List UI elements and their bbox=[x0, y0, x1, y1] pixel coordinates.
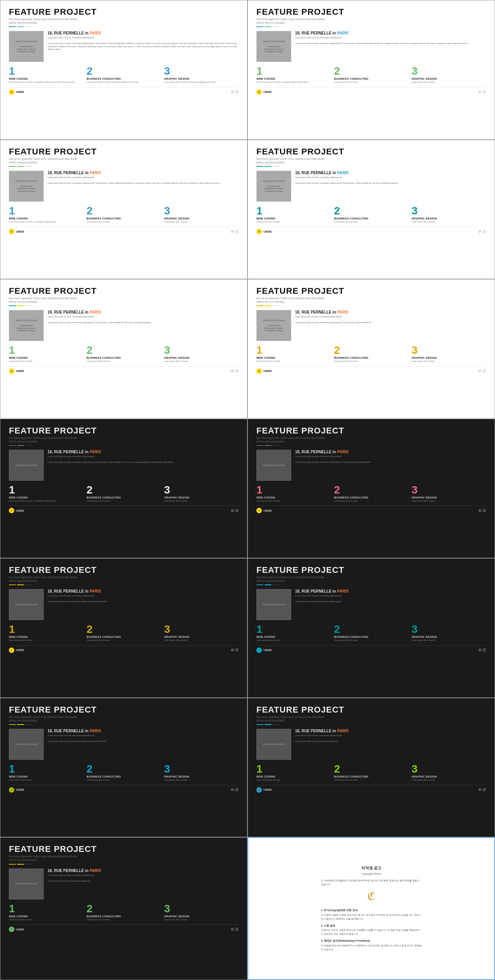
item-2: 2 BUSINESS CONSULTING Lorem ipsum dolor … bbox=[334, 764, 409, 782]
slide-subtitle: flue denim typewriter Carlec irony. Helv… bbox=[256, 436, 486, 443]
accent-line bbox=[9, 724, 32, 725]
item-1: 1 WEB CODING Lorem ipsum dolor sit amet,… bbox=[9, 66, 84, 84]
copyright-intro: 이 프레젠테이션 템플릿의 저작권은 제작자에게 있으며, 무단 복제 및 배포… bbox=[321, 879, 422, 887]
accent-line bbox=[256, 724, 280, 725]
item-desc-3: Lorem ipsum dolor sit amet. bbox=[164, 360, 239, 363]
item-number-3: 3 bbox=[164, 206, 239, 216]
slide-subtitle: flue denim typewriter Carlec irony. Helv… bbox=[9, 855, 239, 862]
slide-12: FEATURE PROJECT flue denim typewriter Ca… bbox=[248, 698, 495, 838]
item-label-2: BUSINESS CONSULTING bbox=[334, 775, 409, 778]
item-number-1: 1 bbox=[256, 206, 331, 216]
item-1: 1 WEB CODING Lorem ipsum dolor sit amet,… bbox=[9, 206, 84, 224]
content-row: IMAGE PLACE HOLDERPortrait ShapeArchitec… bbox=[256, 310, 486, 341]
item-3: 3 GRAPHIC DESIGN Lorem ipsum dolor sit a… bbox=[164, 903, 239, 922]
item-1: 1 WEB CODING Lorem ipsum dolor sit amet,… bbox=[256, 66, 331, 84]
accent-seg-3 bbox=[25, 305, 32, 306]
item-label-1: WEB CODING bbox=[256, 77, 331, 80]
slide-subtitle: flue denim typewriter Carlec irony. Helv… bbox=[9, 715, 239, 722]
item-desc-2: Lorem ipsum dolor sit amet. bbox=[87, 779, 161, 782]
slide-title: FEATURE PROJECT bbox=[9, 286, 239, 296]
slide-title: FEATURE PROJECT bbox=[256, 426, 486, 435]
slide-8: FEATURE PROJECT flue denim typewriter Ca… bbox=[248, 419, 495, 559]
item-3: 3 GRAPHIC DESIGN Lorem ipsum dolor sit a… bbox=[411, 764, 486, 782]
footer-icons: ⊞ 語 bbox=[231, 927, 239, 932]
accent-seg-3 bbox=[25, 724, 32, 725]
item-label-3: GRAPHIC DESIGN bbox=[164, 496, 239, 499]
slide-9: FEATURE PROJECT flue denim typewriter Ca… bbox=[0, 558, 248, 698]
item-label-1: WEB CODING bbox=[9, 915, 84, 918]
item-number-2: 2 bbox=[87, 66, 161, 77]
logo-circle: U bbox=[9, 229, 14, 234]
accent-line bbox=[9, 445, 32, 446]
item-number-2: 2 bbox=[87, 624, 161, 635]
accent-line bbox=[9, 166, 32, 167]
info-block: 18, RUE PERNELLE in PARIS Lorem ipsum do… bbox=[295, 31, 486, 62]
accent-seg-3 bbox=[273, 445, 280, 446]
item-number-1: 1 bbox=[256, 66, 331, 77]
lorem-text: Lorem ipsum dolor sit amet, consectetur … bbox=[295, 595, 486, 603]
item-desc-1: Lorem ipsum dolor sit amet. bbox=[256, 500, 331, 503]
item-number-2: 2 bbox=[334, 66, 409, 77]
footer-icons: ⊞ 語 bbox=[478, 648, 486, 653]
item-number-3: 3 bbox=[411, 764, 486, 774]
item-label-2: BUSINESS CONSULTING bbox=[334, 496, 409, 499]
footer-icons: ⊞ 語 bbox=[231, 508, 239, 513]
accent-seg-2 bbox=[17, 305, 24, 306]
footer-logo: U UNIDE bbox=[256, 508, 272, 513]
item-desc-3: Lorem ipsum dolor sit amet. bbox=[411, 779, 486, 782]
item-number-3: 3 bbox=[411, 66, 486, 77]
item-desc-1: Lorem ipsum dolor sit amet. bbox=[9, 639, 84, 642]
slide-subtitle: flue denim typewriter Carlec irony. Helv… bbox=[256, 576, 486, 583]
item-number-1: 1 bbox=[9, 764, 84, 774]
slide-title: FEATURE PROJECT bbox=[9, 147, 239, 156]
logo-circle: U bbox=[256, 787, 262, 793]
footer: U UNIDE ⊞ 語 bbox=[9, 785, 239, 793]
items-row: 1 WEB CODING Lorem ipsum dolor sit amet.… bbox=[256, 485, 486, 503]
item-label-2: BUSINESS CONSULTING bbox=[87, 217, 161, 220]
paris-text: PARIS bbox=[337, 450, 348, 454]
accent-line bbox=[256, 584, 280, 585]
footer-icons: ⊞ 語 bbox=[231, 368, 239, 373]
paris-text: PARIS bbox=[89, 171, 101, 175]
lorem-text: Lorem ipsum dolor sit amet, consectetur … bbox=[295, 734, 486, 743]
footer: U UNIDE ⊞ 語 bbox=[256, 645, 486, 653]
slide-title: FEATURE PROJECT bbox=[9, 845, 239, 854]
item-number-2: 2 bbox=[87, 903, 161, 914]
footer-icons: ⊞ 語 bbox=[231, 787, 239, 792]
accent-seg-3 bbox=[273, 166, 280, 167]
item-desc-3: Lorem ipsum dolor sit amet. bbox=[164, 779, 239, 782]
slide-subtitle: flue denim typewriter Carlec irony. Helv… bbox=[9, 296, 239, 303]
content-row: IMAGE PLACE HOLDER 18, RUE PERNELLE in P… bbox=[256, 450, 486, 481]
item-desc-1: Lorem ipsum dolor sit amet. bbox=[9, 918, 84, 922]
item-label-1: WEB CODING bbox=[256, 217, 331, 220]
paris-text: PARIS bbox=[89, 869, 101, 873]
accent-seg-2 bbox=[265, 584, 271, 585]
item-2: 2 BUSINESS CONSULTING Lorem ipsum dolor … bbox=[87, 66, 161, 84]
copyright-section-1-text: 이 파일에 포함된 그래픽, 레이아웃, 텍스트, 코드 등의 저작권은 원 제… bbox=[321, 913, 422, 921]
footer-logo: U UNIDE bbox=[9, 648, 24, 653]
item-label-1: WEB CODING bbox=[256, 775, 331, 778]
item-label-3: GRAPHIC DESIGN bbox=[411, 636, 486, 638]
item-number-2: 2 bbox=[334, 485, 409, 495]
item-label-1: WEB CODING bbox=[9, 496, 84, 499]
lorem-text: Lorem ipsum dolor sit amet, consectetur … bbox=[295, 315, 486, 324]
accent-seg-2 bbox=[17, 166, 24, 167]
accent-line bbox=[256, 445, 280, 446]
items-row: 1 WEB CODING Lorem ipsum dolor sit amet.… bbox=[256, 345, 486, 363]
item-label-3: GRAPHIC DESIGN bbox=[164, 775, 239, 778]
item-desc-1: Lorem ipsum dolor sit amet. bbox=[9, 360, 84, 363]
item-desc-1: Lorem ipsum dolor sit amet. bbox=[256, 360, 331, 363]
item-desc-3: Lorem ipsum dolor sit amet. bbox=[164, 918, 239, 922]
item-label-3: GRAPHIC DESIGN bbox=[164, 217, 239, 220]
item-number-3: 3 bbox=[164, 624, 239, 635]
accent-seg-2 bbox=[265, 445, 271, 446]
logo-text: UNIDE bbox=[16, 928, 24, 931]
image-placeholder: IMAGE PLACE HOLDERPortrait ShapeArchitec… bbox=[256, 31, 291, 62]
item-label-1: WEB CODING bbox=[256, 356, 331, 359]
item-number-3: 3 bbox=[411, 206, 486, 216]
footer-logo: U UNIDE bbox=[9, 927, 24, 932]
item-3: 3 GRAPHIC DESIGN Lorem ipsum dolor sit a… bbox=[164, 206, 239, 224]
item-number-1: 1 bbox=[256, 485, 331, 495]
logo-text: UNIDE bbox=[263, 91, 272, 93]
item-desc-1: Lorem ipsum dolor sit amet, consectetur … bbox=[9, 500, 84, 503]
